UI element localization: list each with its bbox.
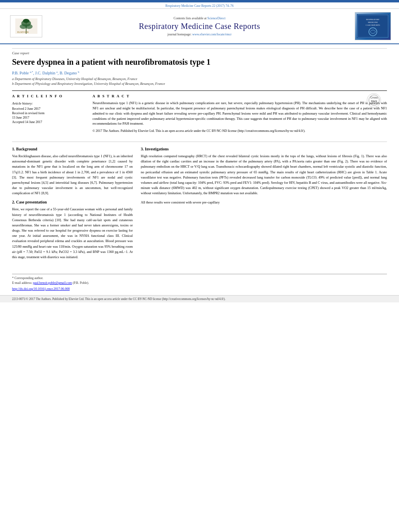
main-article-columns: 1. Background Von Recklinghausen disease… bbox=[12, 142, 387, 264]
svg-point-5 bbox=[23, 19, 29, 23]
section1-title: 1. Background bbox=[12, 147, 133, 151]
left-column: 1. Background Von Recklinghausen disease… bbox=[12, 147, 133, 264]
section2-body: Here, we report the case of a 55-year-ol… bbox=[12, 207, 133, 260]
email-note: E-mail address: paul.benoit.poble@gmail.… bbox=[12, 281, 387, 285]
abstract-text: Neurofibromatosis type 1 (NF1) is a gene… bbox=[93, 101, 387, 126]
section2-label: Case presentation bbox=[16, 200, 47, 204]
affiliation-a: a Department of Respiratory Diseases, Un… bbox=[12, 77, 387, 81]
section1-label: Background bbox=[16, 147, 37, 151]
journal-meta: Respiratory Medicine Case Reports 22 (20… bbox=[0, 2, 399, 9]
section3-number: 3. bbox=[141, 147, 144, 151]
bottom-bar: 2213-0071/© 2017 The Authors. Published … bbox=[0, 295, 399, 302]
author-email-link[interactable]: paul.benoit.poble@gmail.com bbox=[33, 281, 72, 285]
journal-cover-image: RESPIRATORY MEDICINE CASE REPORTS bbox=[355, 12, 391, 40]
author-degano-sup: b bbox=[78, 70, 79, 74]
page: Respiratory Medicine Case Reports 22 (20… bbox=[0, 0, 399, 532]
history-label: Article history: bbox=[12, 101, 86, 105]
section3-body: High resolution computed tomography (HRC… bbox=[141, 154, 387, 196]
section1-body: Von Recklinghausen disease, also called … bbox=[12, 154, 133, 196]
article-type-label: Case report bbox=[12, 48, 387, 55]
section2-title: 2. Case presentation bbox=[12, 200, 133, 204]
svg-text:ELSEVIER: ELSEVIER bbox=[17, 31, 29, 33]
author-dalphin-sup: a bbox=[56, 70, 58, 74]
svg-text:RESPIRATORY: RESPIRATORY bbox=[366, 18, 380, 21]
section1-number: 1. bbox=[12, 147, 15, 151]
svg-text:Mark: Mark bbox=[371, 100, 377, 103]
section3-title: 3. Investigations bbox=[141, 147, 387, 151]
svg-point-4 bbox=[25, 24, 33, 29]
journal-center-info: Contents lists available at ScienceDirec… bbox=[44, 16, 355, 36]
svg-text:MEDICINE: MEDICINE bbox=[368, 21, 378, 23]
received-revised-date: 13 June 2017 bbox=[12, 116, 86, 119]
copyright-line: © 2017 The Authors. Published by Elsevie… bbox=[93, 129, 387, 134]
author-dalphin: J.C. Dalphin bbox=[35, 71, 55, 75]
journal-meta-text: Respiratory Medicine Case Reports 22 (20… bbox=[165, 4, 233, 8]
crossmark-icon: Cross Mark bbox=[368, 94, 380, 106]
journal-title: Respiratory Medicine Case Reports bbox=[44, 22, 355, 31]
abstract-heading: A B S T R A C T bbox=[93, 94, 387, 98]
cover-svg: RESPIRATORY MEDICINE CASE REPORTS bbox=[357, 14, 389, 38]
svg-text:CASE REPORTS: CASE REPORTS bbox=[366, 24, 380, 26]
tree-svg: ELSEVIER bbox=[15, 18, 37, 34]
article-info-abstract: A R T I C L E I N F O Article history: R… bbox=[12, 90, 387, 134]
svg-rect-7 bbox=[357, 14, 389, 38]
section3-label: Investigations bbox=[145, 147, 169, 151]
abstract-panel: A B S T R A C T Neurofibromatosis type 1… bbox=[93, 94, 387, 134]
author-degano: B. Degano bbox=[60, 71, 77, 75]
elsevier-logo: ELSEVIER bbox=[10, 15, 42, 37]
article-info-panel: A R T I C L E I N F O Article history: R… bbox=[12, 94, 93, 134]
svg-text:Cross: Cross bbox=[370, 96, 378, 99]
crossmark-badge[interactable]: Cross Mark bbox=[367, 93, 381, 107]
author-poble-sup: a,* bbox=[30, 70, 33, 74]
right-column: 3. Investigations High resolution comput… bbox=[141, 147, 387, 264]
sciencedirect-link[interactable]: ScienceDirect bbox=[208, 16, 226, 20]
footer-notes: * Corresponding author. E-mail address: … bbox=[0, 276, 399, 285]
journal-homepage: journal homepage: www.elsevier.com/locat… bbox=[44, 33, 355, 36]
contents-line: Contents lists available at ScienceDirec… bbox=[44, 16, 355, 20]
received-revised-label: Received in revised form bbox=[12, 111, 86, 115]
article-info-heading: A R T I C L E I N F O bbox=[12, 94, 86, 98]
received-date: Received 2 June 2017 bbox=[12, 107, 86, 111]
doi-line: http://dx.doi.org/10.1016/j.rmcr.2017.06… bbox=[0, 285, 399, 293]
corresponding-author-note: * Corresponding author. bbox=[12, 276, 387, 280]
footer-divider bbox=[12, 274, 387, 274]
section3-body-continued: All these results were consistent with s… bbox=[141, 200, 387, 205]
section2-number: 2. bbox=[12, 200, 15, 204]
elsevier-logo-container: ELSEVIER bbox=[8, 15, 44, 37]
author-poble: P.B. Poble bbox=[12, 71, 29, 75]
homepage-link[interactable]: www.elsevier.com/locate/rmcr bbox=[192, 33, 232, 36]
doi-link[interactable]: http://dx.doi.org/10.1016/j.rmcr.2017.06… bbox=[12, 287, 70, 291]
journal-header: ELSEVIER Contents lists available at Sci… bbox=[0, 9, 399, 44]
affiliation-b: b Department of Physiology and Respirato… bbox=[12, 82, 387, 86]
accepted-date: Accepted 14 June 2017 bbox=[12, 120, 86, 124]
article-title: Severe dyspnea in a patient with neurofi… bbox=[12, 57, 387, 67]
authors-line: P.B. Poble a,*, J.C. Dalphin a, B. Degan… bbox=[12, 70, 387, 75]
content-area: Case report Severe dyspnea in a patient … bbox=[0, 44, 399, 268]
